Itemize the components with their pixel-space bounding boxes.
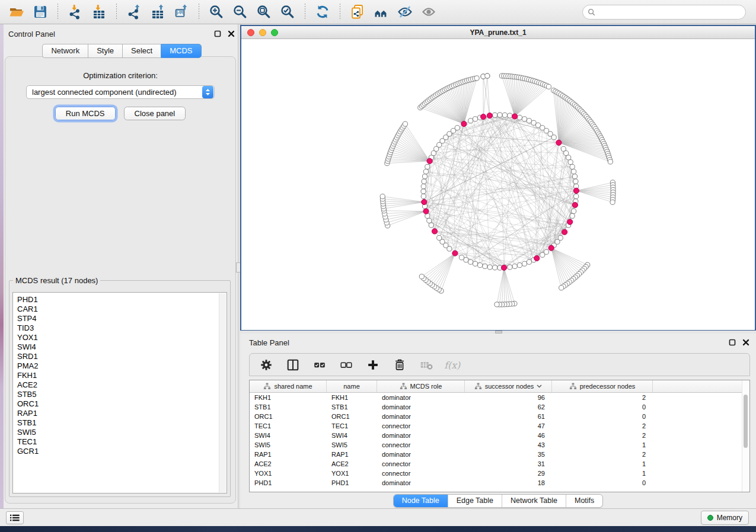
mcds-result-node[interactable]: GCR1 <box>17 447 227 456</box>
run-mcds-button[interactable]: Run MCDS <box>55 107 116 120</box>
delete-table-icon <box>419 358 433 372</box>
table-row[interactable]: SWI5SWI5connector431 <box>250 440 749 450</box>
deselect-all-icon <box>339 358 353 372</box>
cell-MCDS-role: dominator <box>377 394 465 401</box>
mcds-result-node[interactable]: ORC1 <box>17 399 227 409</box>
mcds-result-node[interactable]: TEC1 <box>17 437 227 447</box>
svg-text:f(x): f(x) <box>444 359 461 370</box>
network-from-selection-icon <box>350 4 365 20</box>
zoom-selected-button[interactable] <box>279 3 296 21</box>
mcds-result-node[interactable]: CAR1 <box>17 305 227 314</box>
mcds-result-list[interactable]: PHD1CAR1STP4TID3YOX1SWI4SRD1PMA2FKH1ACE2… <box>12 292 227 493</box>
table-row[interactable]: STB1STB1dominator620 <box>250 402 749 412</box>
search-input[interactable] <box>598 7 745 17</box>
table-row[interactable]: SWI4SWI4dominator462 <box>250 431 749 440</box>
network-from-selection-button[interactable] <box>349 3 366 21</box>
network-view-titlebar[interactable]: YPA_prune.txt_1 <box>241 26 755 39</box>
save-session-button[interactable] <box>31 3 49 21</box>
mcds-result-node[interactable]: PHD1 <box>17 295 227 305</box>
refresh-layout-button[interactable] <box>314 3 331 21</box>
search-box[interactable] <box>582 5 746 20</box>
mcds-result-node[interactable]: SRD1 <box>17 352 227 361</box>
mcds-result-node[interactable]: YOX1 <box>17 333 227 342</box>
table-row[interactable]: RAP1RAP1dominator352 <box>250 450 749 459</box>
export-network-button[interactable] <box>125 3 143 21</box>
mcds-result-node[interactable]: ACE2 <box>17 380 227 390</box>
tab-select[interactable]: Select <box>122 44 161 58</box>
tab-motifs[interactable]: Motifs <box>566 495 602 507</box>
mcds-result-node[interactable]: STP4 <box>17 314 227 323</box>
mcds-result-node[interactable]: SWI4 <box>17 342 227 352</box>
mcds-result-node[interactable]: STB5 <box>17 390 227 399</box>
float-panel-icon[interactable] <box>213 30 222 38</box>
close-table-panel-icon[interactable] <box>742 338 750 347</box>
network-canvas[interactable] <box>241 39 755 330</box>
tab-style[interactable]: Style <box>88 44 122 58</box>
cell-shared-name: STB1 <box>250 403 327 411</box>
delete-column-button[interactable] <box>391 357 408 373</box>
column-header-predecessor-nodes[interactable]: predecessor nodes <box>552 380 653 392</box>
cell-predecessor-nodes: 2 <box>552 451 653 458</box>
toggle-columns-icon <box>286 358 300 372</box>
result-scrollbar[interactable] <box>219 293 226 492</box>
select-all-button[interactable] <box>311 357 328 373</box>
open-session-button[interactable] <box>8 3 25 21</box>
table-row[interactable]: TEC1TEC1connector472 <box>250 421 749 431</box>
import-table-button[interactable] <box>90 3 108 21</box>
close-panel-icon[interactable] <box>227 30 235 38</box>
function-builder-icon: f(x) <box>442 358 464 372</box>
optimization-criterion-select[interactable]: largest connected component (undirected) <box>26 85 215 99</box>
optimization-criterion-label: Optimization criterion: <box>5 71 235 80</box>
tab-network-table[interactable]: Network Table <box>502 495 566 507</box>
mcds-result-node[interactable]: RAP1 <box>17 409 227 418</box>
cell-name: TEC1 <box>327 422 377 430</box>
show-all-button[interactable] <box>420 3 438 21</box>
import-network-button[interactable] <box>66 3 84 21</box>
export-table-button[interactable] <box>149 3 167 21</box>
hide-selection-button[interactable] <box>396 3 414 21</box>
float-table-panel-icon[interactable] <box>728 338 736 347</box>
export-image-button[interactable] <box>173 3 190 21</box>
mcds-result-node[interactable]: FKH1 <box>17 371 227 380</box>
close-panel-button[interactable]: Close panel <box>124 107 186 120</box>
zoom-out-button[interactable] <box>231 3 249 21</box>
mcds-result-node[interactable]: PMA2 <box>17 361 227 371</box>
tab-network[interactable]: Network <box>42 44 88 58</box>
cell-name: SWI5 <box>327 441 377 448</box>
first-neighbors-button[interactable] <box>372 3 390 21</box>
table-row[interactable]: YOX1YOX1connector291 <box>250 469 749 478</box>
column-header-successor-nodes[interactable]: successor nodes <box>465 380 552 392</box>
panel-menu-button[interactable] <box>6 511 24 524</box>
mcds-result-node[interactable]: STB1 <box>17 418 227 428</box>
cell-MCDS-role: dominator <box>377 432 465 439</box>
table-scrollbar[interactable] <box>742 380 749 492</box>
table-row[interactable]: PHD1PHD1dominator180 <box>250 478 749 488</box>
tab-node-table[interactable]: Node Table <box>394 495 448 507</box>
zoom-out-icon <box>232 4 248 20</box>
table-panel: Table Panel f(x) shared namenameMCDS rol… <box>240 334 756 508</box>
scrollbar-thumb[interactable] <box>744 395 748 448</box>
tab-edge-table[interactable]: Edge Table <box>448 495 502 507</box>
cell-predecessor-nodes: 2 <box>552 394 653 401</box>
hide-selection-icon <box>397 4 413 20</box>
mcds-result-node[interactable]: TID3 <box>17 323 227 333</box>
cell-predecessor-nodes: 0 <box>552 479 653 486</box>
column-header-name[interactable]: name <box>327 380 377 392</box>
table-row[interactable]: ORC1ORC1dominator610 <box>250 412 749 421</box>
table-row[interactable]: ACE2ACE2connector311 <box>250 459 749 469</box>
zoom-in-button[interactable] <box>208 3 225 21</box>
toggle-columns-button[interactable] <box>285 357 301 373</box>
cell-MCDS-role: connector <box>377 422 465 430</box>
mcds-result-node[interactable]: SWI5 <box>17 428 227 437</box>
column-header-MCDS-role[interactable]: MCDS role <box>377 380 465 392</box>
table-row[interactable]: FKH1FKH1dominator962 <box>250 393 749 402</box>
add-column-button[interactable] <box>365 357 381 373</box>
zoom-fit-button[interactable] <box>255 3 273 21</box>
cell-predecessor-nodes: 1 <box>552 470 653 477</box>
deselect-all-button[interactable] <box>338 357 355 373</box>
tab-mcds[interactable]: MCDS <box>161 44 201 58</box>
settings-gear-button[interactable] <box>258 357 275 373</box>
column-header-shared-name[interactable]: shared name <box>250 380 327 392</box>
import-table-icon <box>91 4 107 20</box>
memory-button[interactable]: Memory <box>701 511 749 525</box>
